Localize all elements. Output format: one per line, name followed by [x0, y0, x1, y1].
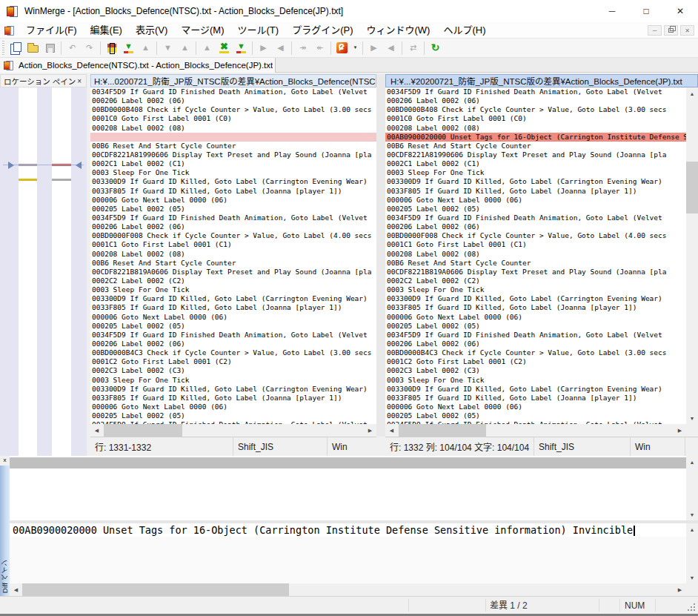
- code-line[interactable]: 00CDF8221B819A0606 Display Text Preset a…: [385, 268, 686, 276]
- left-pane-header[interactable]: H:¥...0200721_防衛_JP版_NTSC版の差異¥Action_Blo…: [90, 74, 376, 87]
- code-line[interactable]: 000006 Goto Next Label 0000 (06): [385, 313, 686, 322]
- diff-pane-close-icon[interactable]: x: [1, 457, 9, 465]
- code-line[interactable]: 003300D9 If Guard ID Killed, Goto Label …: [385, 294, 686, 303]
- code-line[interactable]: 0003 Sleep For One Tick: [90, 285, 376, 294]
- right-pane-header[interactable]: H:¥...¥20200721_防衛_JP版_NTSC版の差異¥Action_B…: [385, 74, 698, 87]
- diff-mark[interactable]: [19, 179, 37, 181]
- diff-pane-right-content[interactable]: 00AB0900020000 Unset Tags for 16-Object …: [10, 523, 698, 583]
- code-line[interactable]: 00BD0000F008 Check if Cycle Counter > Va…: [385, 231, 686, 240]
- code-line[interactable]: 0001C2 Goto First Label 0001 (C2): [90, 357, 376, 366]
- code-line[interactable]: 0003 Sleep For One Tick: [90, 376, 376, 385]
- code-line[interactable]: 000206 Label 0002 (06): [385, 222, 686, 231]
- code-line[interactable]: 000006 Goto Next Label 0000 (06): [385, 196, 686, 205]
- scroll-up-icon[interactable]: ▲: [686, 456, 698, 468]
- copy-left-button[interactable]: ◀: [272, 40, 289, 56]
- code-line[interactable]: 0001C1 Goto First Label 0001 (C1): [385, 240, 686, 249]
- code-line[interactable]: 0034F5D9 If Guard ID Finished Death Anim…: [90, 87, 376, 96]
- last-difference-button[interactable]: ▼: [233, 40, 250, 56]
- right-pane-vscrollbar[interactable]: ▲ ▼: [686, 87, 698, 424]
- plugin-settings-button[interactable]: [333, 40, 350, 56]
- next-file-button[interactable]: ▶: [365, 40, 382, 56]
- code-line[interactable]: 0002C3 Label 0002 (C3): [385, 366, 686, 375]
- left-pane-hscrollbar[interactable]: ◀ ▶: [90, 424, 376, 437]
- menu-item[interactable]: ファイル(F): [19, 22, 84, 39]
- close-button[interactable]: ✕: [663, 0, 697, 22]
- code-line[interactable]: 0033F805 If Guard ID Killed, Goto Label …: [385, 394, 686, 403]
- minimize-button[interactable]: ─: [595, 0, 629, 22]
- code-line[interactable]: 0003 Sleep For One Tick: [90, 168, 376, 177]
- diff-pane-title-strip[interactable]: Diff ペイン: [0, 466, 10, 596]
- code-line[interactable]: 000206 Label 0002 (06): [90, 96, 376, 105]
- select-line-difference-button[interactable]: [103, 40, 120, 56]
- code-line[interactable]: 0002C1 Label 0002 (C1): [90, 159, 376, 168]
- scroll-left-icon[interactable]: ◀: [10, 583, 22, 596]
- code-line[interactable]: 00B6 Reset And Start Cycle Counter: [385, 259, 686, 268]
- code-line[interactable]: [90, 133, 376, 142]
- copy-right-button[interactable]: ▶: [255, 40, 272, 56]
- save-button[interactable]: [41, 40, 59, 56]
- code-line[interactable]: 000205 Label 0002 (05): [385, 411, 686, 420]
- copy-left-advance-button[interactable]: ↞: [311, 40, 328, 56]
- maximize-button[interactable]: □: [629, 0, 663, 22]
- code-line[interactable]: 0002C2 Label 0002 (C2): [90, 276, 376, 285]
- code-line[interactable]: 0033F805 If Guard ID Killed, Goto Label …: [90, 187, 376, 196]
- code-line[interactable]: 000206 Label 0002 (06): [90, 340, 376, 348]
- menu-item[interactable]: ヘルプ(H): [436, 22, 492, 39]
- code-line[interactable]: 000206 Label 0002 (06): [385, 96, 686, 105]
- vscroll-thumb[interactable]: [686, 162, 698, 213]
- copy-right-advance-button[interactable]: ↠: [294, 40, 311, 56]
- code-line[interactable]: 0034F5D9 If Guard ID Finished Death Anim…: [90, 213, 376, 222]
- code-line[interactable]: 000206 Label 0002 (06): [385, 340, 686, 348]
- next-conflict-button[interactable]: ✖: [216, 40, 233, 56]
- code-line[interactable]: 00CDF8221A81990606 Display Text Preset a…: [385, 150, 686, 159]
- diff-bottom-vscrollbar[interactable]: ▲ ▼: [686, 523, 698, 583]
- toolbar-grip[interactable]: [2, 41, 4, 56]
- mdi-minimize-button[interactable]: ─: [648, 25, 662, 36]
- code-line[interactable]: 000208 Label 0002 (08): [90, 250, 376, 259]
- scroll-left-icon[interactable]: ◀: [90, 424, 103, 437]
- code-line[interactable]: 00BD0000B408 Check if Cycle Counter > Va…: [90, 105, 376, 114]
- undo-button[interactable]: ↶: [64, 40, 81, 56]
- location-map-left-file[interactable]: [19, 87, 37, 456]
- code-line[interactable]: 0002C2 Label 0002 (C2): [385, 276, 686, 285]
- code-line[interactable]: 000208 Label 0002 (08): [385, 124, 686, 133]
- scroll-right-icon[interactable]: ▶: [674, 583, 686, 596]
- current-difference-up-button[interactable]: ▲: [176, 40, 193, 56]
- code-line[interactable]: 003300D9 If Guard ID Killed, Goto Label …: [90, 294, 376, 303]
- menu-item[interactable]: マージ(M): [174, 22, 230, 39]
- code-line[interactable]: 000206 Label 0002 (06): [90, 222, 376, 231]
- code-line[interactable]: 00B6 Reset And Start Cycle Counter: [385, 142, 686, 150]
- code-line[interactable]: 0001C0 Goto First Label 0001 (C0): [90, 114, 376, 123]
- code-line[interactable]: 0033F805 If Guard ID Killed, Goto Label …: [385, 303, 686, 312]
- code-line[interactable]: 000205 Label 0002 (05): [385, 205, 686, 213]
- scroll-left-icon[interactable]: ◀: [385, 424, 398, 437]
- code-line[interactable]: 00B6 Reset And Start Cycle Counter: [90, 259, 376, 268]
- code-line[interactable]: 000205 Label 0002 (05): [385, 322, 686, 331]
- previous-difference-button[interactable]: ▲: [137, 40, 154, 56]
- code-line[interactable]: 000205 Label 0002 (05): [90, 205, 376, 213]
- document-icon[interactable]: [4, 25, 15, 36]
- redo-button[interactable]: ↷: [81, 40, 98, 56]
- menu-item[interactable]: ウィンドウ(W): [359, 22, 436, 39]
- code-line[interactable]: 000205 Label 0002 (05): [90, 322, 376, 331]
- hscroll-thumb[interactable]: [104, 424, 182, 437]
- first-difference-button[interactable]: ▲: [199, 40, 216, 56]
- scroll-right-icon[interactable]: ▶: [364, 424, 376, 437]
- code-line[interactable]: 000006 Goto Next Label 0000 (06): [385, 403, 686, 411]
- code-line[interactable]: 0001C0 Goto First Label 0001 (C0): [385, 114, 686, 123]
- code-line[interactable]: 0034F5D9 If Guard ID Finished Death Anim…: [90, 331, 376, 340]
- scroll-down-icon[interactable]: ▼: [686, 509, 698, 520]
- code-line[interactable]: 0034F5D9 If Guard ID Finished Death Anim…: [385, 331, 686, 340]
- code-line[interactable]: 0003 Sleep For One Tick: [385, 168, 686, 177]
- code-line[interactable]: 003300D9 If Guard ID Killed, Goto Label …: [385, 385, 686, 394]
- scroll-right-icon[interactable]: ▶: [674, 424, 686, 437]
- diff-pane-hscrollbar[interactable]: ◀ ▶: [10, 583, 686, 596]
- pane-splitter[interactable]: [376, 74, 385, 437]
- code-line[interactable]: 00BD0000F008 Check if Cycle Counter > Va…: [90, 231, 376, 240]
- diff-pane-left-content[interactable]: ▲ ▼: [10, 456, 698, 520]
- code-line[interactable]: 00CDF8221B819A0606 Display Text Preset a…: [90, 268, 376, 276]
- code-line[interactable]: 0033F805 If Guard ID Killed, Goto Label …: [90, 394, 376, 403]
- menu-item[interactable]: プラグイン(P): [285, 22, 359, 39]
- code-line[interactable]: 0033F805 If Guard ID Killed, Goto Label …: [90, 303, 376, 312]
- code-line[interactable]: 000205 Label 0002 (05): [90, 411, 376, 420]
